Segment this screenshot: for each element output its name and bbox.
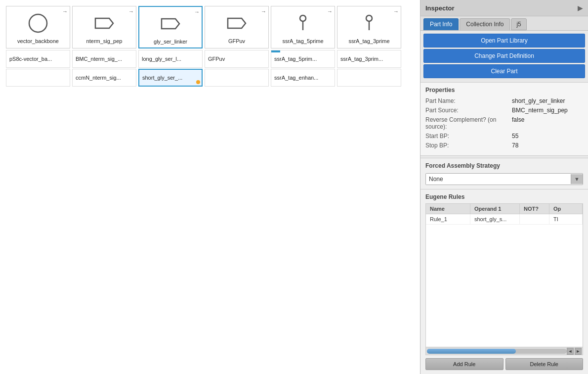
property-row-name: Part Name: short_gly_ser_linker — [425, 97, 583, 104]
part-cell-ssrA-tag-3prime[interactable]: → ssrA_tag_3prime — [337, 6, 401, 48]
part-icon-arrow — [224, 10, 250, 36]
inspector-collapse-button[interactable]: ▶ — [578, 4, 583, 12]
assembly-dropdown[interactable]: None Gibson/SLIC/etc CPEC SOE Top TOPO B… — [426, 174, 571, 185]
rule-not-cell — [520, 214, 549, 224]
data-cell[interactable]: pS8c-vector_ba... — [6, 50, 70, 68]
table-row[interactable]: Rule_1 short_gly_s... TI — [426, 214, 583, 225]
assembly-dropdown-container: None Gibson/SLIC/etc CPEC SOE Top TOPO B… — [425, 173, 583, 185]
tab-collection-info[interactable]: Collection Info — [460, 18, 510, 30]
tab-part-info[interactable]: Part Info — [423, 18, 459, 30]
data-cell[interactable]: GFPuv — [205, 50, 269, 68]
assembly-section: Forced Assembly Strategy None Gibson/SLI… — [420, 158, 588, 189]
part-label: ssrA_tag_5prime — [282, 38, 323, 44]
data-cell[interactable]: ssrA_tag_enhan... — [271, 69, 335, 87]
svg-marker-2 — [162, 19, 179, 29]
inspector-buttons: Open Part Library Change Part Definition… — [420, 31, 588, 80]
data-cell[interactable]: ccmN_nterm_sig... — [72, 69, 136, 87]
part-nav-arrow[interactable]: → — [128, 8, 134, 14]
part-nav-arrow[interactable]: → — [327, 8, 333, 14]
data-cell[interactable]: ssrA_tag_5prim... — [271, 50, 335, 68]
part-icon-circle — [25, 10, 51, 36]
eugene-col-not: NOT? — [520, 204, 549, 214]
inspector-title: Inspector — [425, 4, 455, 12]
add-rule-button[interactable]: Add Rule — [425, 358, 504, 370]
part-label: ssrA_tag_3prime — [348, 38, 389, 44]
data-cell-selected[interactable]: short_gly_ser_... — [138, 69, 203, 87]
property-value-start-bp: 55 — [512, 133, 583, 140]
part-label: nterm_sig_pep — [86, 38, 123, 44]
part-label: vector_backbone — [17, 38, 59, 44]
eugene-scroll-right-button[interactable]: ► — [575, 348, 582, 355]
inspector-header: Inspector ▶ — [420, 0, 588, 16]
rule-op-cell: TI — [549, 214, 583, 224]
property-label: Part Source: — [425, 107, 512, 114]
open-part-library-button[interactable]: Open Part Library — [423, 34, 585, 47]
part-icon-pin — [356, 10, 382, 36]
rule-name-cell: Rule_1 — [426, 214, 470, 224]
eugene-table-body: Rule_1 short_gly_s... TI — [426, 214, 583, 347]
eugene-title: Eugene Rules — [425, 193, 583, 200]
part-cell-vector-backbone[interactable]: → vector_backbone — [6, 6, 70, 48]
properties-section: Properties Part Name: short_gly_ser_link… — [420, 82, 588, 156]
property-label: Start BP: — [425, 133, 512, 140]
eugene-col-op: Op — [549, 204, 583, 214]
data-cell[interactable] — [337, 69, 401, 87]
dropdown-arrow-icon[interactable]: ▼ — [571, 174, 583, 184]
property-value-stop-bp: 78 — [512, 142, 583, 149]
assembly-title: Forced Assembly Strategy — [425, 162, 583, 169]
data-row: ccmN_nterm_sig... short_gly_ser_... ssrA… — [5, 68, 415, 87]
property-row-stop-bp: Stop BP: 78 — [425, 142, 583, 149]
data-cell[interactable]: ssrA_tag_3prim... — [337, 50, 401, 68]
eugene-scrollbar-track[interactable] — [427, 349, 567, 354]
svg-point-6 — [366, 15, 372, 21]
eugene-scrollbar-buttons: ◄ ► — [567, 348, 582, 355]
blue-indicator-bar — [271, 50, 280, 52]
properties-title: Properties — [425, 87, 583, 94]
delete-rule-button[interactable]: Delete Rule — [505, 358, 584, 370]
part-icon-pin — [290, 10, 316, 36]
eugene-scrollbar-thumb[interactable] — [427, 349, 516, 354]
tab-j5[interactable]: j5 — [511, 18, 526, 30]
eugene-scroll-left-button[interactable]: ◄ — [567, 348, 574, 355]
property-label: Reverse Complement? (on source): — [425, 116, 512, 130]
data-cell[interactable]: BMC_nterm_sig_... — [72, 50, 136, 68]
inspector-panel: Inspector ▶ Part Info Collection Info j5… — [420, 0, 588, 374]
change-part-definition-button[interactable]: Change Part Definition — [423, 49, 585, 63]
property-row-rev-comp: Reverse Complement? (on source): false — [425, 116, 583, 130]
orange-dot-indicator — [196, 80, 200, 84]
part-nav-arrow[interactable]: → — [261, 8, 266, 14]
eugene-rules-table: Name Operand 1 NOT? Op Rule_1 short_gly_… — [425, 203, 583, 355]
property-label: Part Name: — [425, 97, 512, 104]
svg-point-4 — [300, 15, 306, 21]
property-row-start-bp: Start BP: 55 — [425, 133, 583, 140]
property-value-source: BMC_nterm_sig_pep — [512, 107, 583, 114]
svg-point-0 — [29, 14, 47, 32]
data-cell[interactable] — [6, 69, 70, 87]
part-cell-ssrA-tag-5prime[interactable]: → ssrA_tag_5prime — [271, 6, 335, 48]
eugene-scrollbar-area: ◄ ► — [426, 347, 583, 355]
svg-marker-1 — [95, 18, 113, 28]
part-icon-arrow — [91, 10, 117, 36]
eugene-col-operand1: Operand 1 — [470, 204, 520, 214]
part-cell-GFPuv[interactable]: → GFPuv — [205, 6, 269, 48]
eugene-section: Eugene Rules Name Operand 1 NOT? Op Rule… — [420, 189, 588, 374]
part-nav-arrow[interactable]: → — [62, 8, 68, 14]
parts-header-row: → vector_backbone → — [5, 5, 415, 49]
data-cell[interactable] — [205, 69, 269, 87]
eugene-action-buttons: Add Rule Delete Rule — [425, 358, 583, 370]
part-nav-arrow[interactable]: → — [393, 8, 399, 14]
property-label: Stop BP: — [425, 142, 512, 149]
inspector-tabs: Part Info Collection Info j5 — [420, 16, 588, 31]
property-row-source: Part Source: BMC_nterm_sig_pep — [425, 107, 583, 114]
part-nav-arrow[interactable]: → — [194, 9, 200, 15]
data-cell[interactable]: long_gly_ser_l... — [138, 50, 203, 68]
svg-marker-3 — [228, 18, 246, 28]
rule-operand1-cell: short_gly_s... — [470, 214, 520, 224]
property-value-rev-comp: false — [512, 116, 583, 123]
part-label: gly_ser_linker — [154, 39, 187, 45]
part-cell-nterm-sig-pep[interactable]: → nterm_sig_pep — [72, 6, 136, 48]
part-cell-gly-ser-linker[interactable]: → gly_ser_linker — [138, 6, 203, 48]
eugene-col-name: Name — [426, 204, 470, 214]
clear-part-button[interactable]: Clear Part — [423, 64, 585, 78]
property-value-name: short_gly_ser_linker — [512, 97, 583, 104]
